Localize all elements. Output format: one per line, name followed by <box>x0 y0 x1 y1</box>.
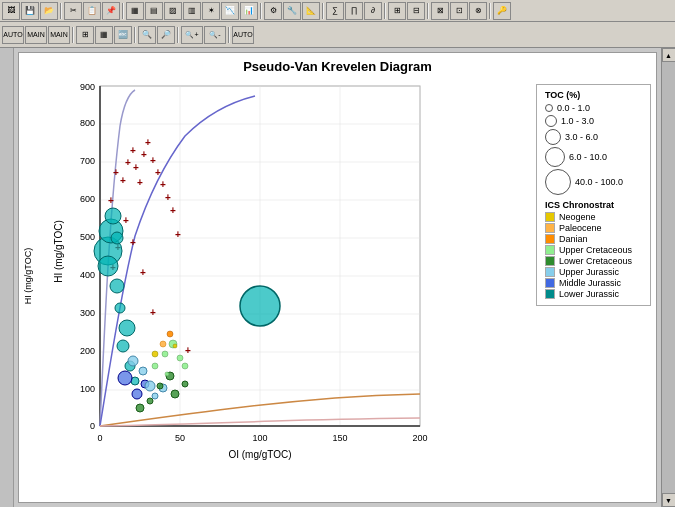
legend-upper-jurassic: Upper Jurassic <box>545 267 642 277</box>
tb-save[interactable]: 💾 <box>21 2 39 20</box>
svg-text:600: 600 <box>80 194 95 204</box>
sep10 <box>177 27 179 43</box>
chron-lower-cretaceous: Lower Cretaceous <box>559 256 632 266</box>
svg-text:700: 700 <box>80 156 95 166</box>
sep4 <box>322 3 324 19</box>
tb2-b5[interactable]: ▦ <box>95 26 113 44</box>
tb-b6[interactable]: 📉 <box>221 2 239 20</box>
legend-lower-cretaceous: Lower Cretaceous <box>545 256 642 266</box>
chron-upper-jurassic: Upper Jurassic <box>559 267 619 277</box>
legend-toc-2: 1.0 - 3.0 <box>545 115 642 127</box>
chart-container: Pseudo-Van Krevelen Diagram HI (mg/gTOC) <box>18 52 657 503</box>
tb-b8[interactable]: ⚙ <box>264 2 282 20</box>
chron-danian: Danian <box>559 234 588 244</box>
right-scrollbar: ▲ ▼ <box>661 48 675 507</box>
svg-point-63 <box>240 286 280 326</box>
tb-b16[interactable]: ⊠ <box>431 2 449 20</box>
tb-b11[interactable]: ∑ <box>326 2 344 20</box>
tb2-b4[interactable]: ⊞ <box>76 26 94 44</box>
svg-point-74 <box>171 390 179 398</box>
toolbar-row2: AUTO MAIN MAIN ⊞ ▦ 🔤 🔍 🔎 🔍+ 🔍- AUTO <box>0 22 675 48</box>
tb-cut[interactable]: ✂ <box>64 2 82 20</box>
svg-text:+: + <box>130 145 136 156</box>
legend-toc-title: TOC (%) <box>545 90 642 100</box>
tb-b13[interactable]: ∂ <box>364 2 382 20</box>
tb-b3[interactable]: ▨ <box>164 2 182 20</box>
toc-label-4: 6.0 - 10.0 <box>569 152 607 162</box>
svg-text:800: 800 <box>80 118 95 128</box>
sep5 <box>384 3 386 19</box>
tb-b17[interactable]: ⊡ <box>450 2 468 20</box>
tb-b9[interactable]: 🔧 <box>283 2 301 20</box>
legend-toc-1: 0.0 - 1.0 <box>545 103 642 113</box>
chron-upper-cretaceous: Upper Cretaceous <box>559 245 632 255</box>
tb-paste[interactable]: 📌 <box>102 2 120 20</box>
svg-text:+: + <box>123 215 129 226</box>
tb-b14[interactable]: ⊞ <box>388 2 406 20</box>
svg-text:+: + <box>130 237 136 248</box>
tb-b19[interactable]: 🔑 <box>493 2 511 20</box>
tb-copy[interactable]: 📋 <box>83 2 101 20</box>
sep8 <box>72 27 74 43</box>
tb2-b1[interactable]: AUTO <box>2 26 24 44</box>
svg-text:100: 100 <box>252 433 267 443</box>
scroll-down-btn[interactable]: ▼ <box>662 493 676 507</box>
svg-point-75 <box>182 381 188 387</box>
chart-svg: 0 100 200 300 400 500 600 700 800 900 0 … <box>55 76 545 466</box>
svg-point-76 <box>147 398 153 404</box>
tb-b1[interactable]: ▦ <box>126 2 144 20</box>
tb-b10[interactable]: 📐 <box>302 2 320 20</box>
tb-b15[interactable]: ⊟ <box>407 2 425 20</box>
tb2-b6[interactable]: 🔤 <box>114 26 132 44</box>
tb-b7[interactable]: 📊 <box>240 2 258 20</box>
svg-point-85 <box>160 341 166 347</box>
tb-b12[interactable]: ∏ <box>345 2 363 20</box>
svg-text:+: + <box>160 179 166 190</box>
svg-text:300: 300 <box>80 308 95 318</box>
tb2-b3[interactable]: MAIN <box>48 26 70 44</box>
svg-text:OI (mg/gTOC): OI (mg/gTOC) <box>228 449 291 460</box>
svg-point-65 <box>132 389 142 399</box>
svg-text:+: + <box>140 267 146 278</box>
tb-img[interactable]: 🖼 <box>2 2 20 20</box>
sep2 <box>122 3 124 19</box>
svg-text:+: + <box>165 192 171 203</box>
svg-point-86 <box>167 331 173 337</box>
svg-point-84 <box>152 351 158 357</box>
tb-b2[interactable]: ▤ <box>145 2 163 20</box>
tb2-zoom-b1[interactable]: 🔍+ <box>181 26 203 44</box>
svg-text:+: + <box>145 137 151 148</box>
svg-point-70 <box>152 393 158 399</box>
svg-text:+: + <box>137 177 143 188</box>
scroll-track[interactable] <box>662 62 676 493</box>
svg-point-55 <box>105 208 121 224</box>
svg-text:0: 0 <box>97 433 102 443</box>
svg-text:+: + <box>170 205 176 216</box>
tb-open[interactable]: 📂 <box>40 2 58 20</box>
svg-point-56 <box>111 232 123 244</box>
svg-point-68 <box>139 367 147 375</box>
svg-point-59 <box>119 320 135 336</box>
tb2-zoom-b2[interactable]: 🔍- <box>204 26 226 44</box>
svg-point-78 <box>152 363 158 369</box>
svg-text:50: 50 <box>175 433 185 443</box>
svg-point-79 <box>162 351 168 357</box>
legend-box: TOC (%) 0.0 - 1.0 1.0 - 3.0 3.0 - 6.0 <box>536 84 651 306</box>
tb2-b7[interactable]: AUTO <box>232 26 254 44</box>
tb2-zoom-out[interactable]: 🔎 <box>157 26 175 44</box>
tb-b4[interactable]: ▥ <box>183 2 201 20</box>
chart-title: Pseudo-Van Krevelen Diagram <box>19 53 656 76</box>
legend-middle-jurassic: Middle Jurassic <box>545 278 642 288</box>
tb-b5[interactable]: ✶ <box>202 2 220 20</box>
tb-b18[interactable]: ⊗ <box>469 2 487 20</box>
svg-text:200: 200 <box>80 346 95 356</box>
svg-text:+: + <box>113 167 119 178</box>
svg-text:150: 150 <box>332 433 347 443</box>
scroll-up-btn[interactable]: ▲ <box>662 48 676 62</box>
tb2-b2[interactable]: MAIN <box>25 26 47 44</box>
tb2-zoom-in[interactable]: 🔍 <box>138 26 156 44</box>
svg-text:+: + <box>108 195 114 206</box>
svg-point-58 <box>115 303 125 313</box>
svg-text:200: 200 <box>412 433 427 443</box>
svg-point-60 <box>117 340 129 352</box>
